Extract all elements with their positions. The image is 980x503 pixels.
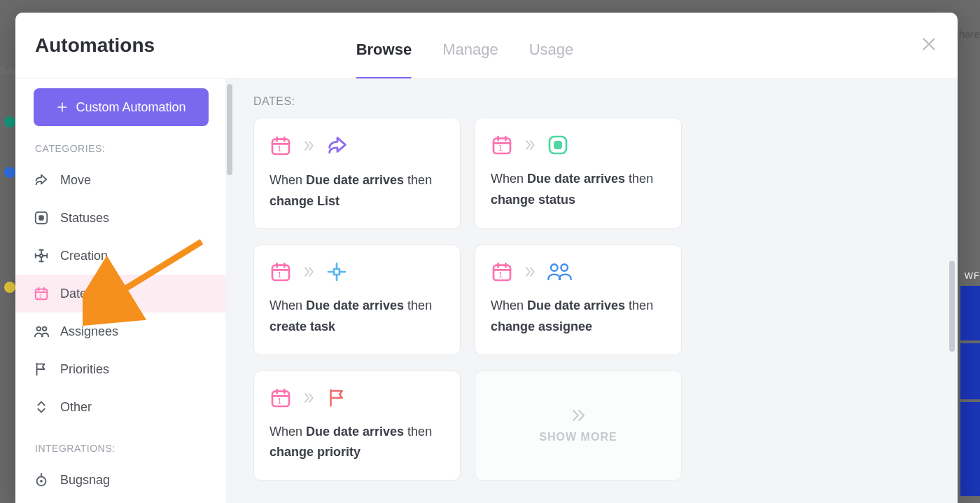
template-change-priority[interactable]: 1 When Due date arrives then change prio… — [253, 371, 461, 481]
sidebar-item-label: Dates — [60, 287, 93, 301]
sidebar-item-statuses[interactable]: Statuses — [34, 199, 218, 237]
bg-dot-yellow — [4, 282, 15, 293]
bg-blue-sep — [960, 399, 980, 402]
svg-text:1: 1 — [498, 270, 503, 279]
chevrons-right-icon — [568, 407, 589, 424]
sidebar-item-priorities[interactable]: Priorities — [34, 350, 218, 388]
people-icon — [34, 324, 49, 339]
automation-templates-panel: DATES: 1 — [234, 78, 958, 503]
status-icon — [547, 134, 569, 156]
categories-heading: CATEGORIES: — [35, 143, 218, 154]
card-icons: 1 — [491, 261, 666, 283]
calendar-icon: 1 — [491, 261, 513, 283]
sidebar-item-label: Move — [60, 173, 91, 188]
share-arrow-icon — [34, 172, 49, 188]
calendar-icon: 1 — [491, 134, 513, 156]
svg-text:1: 1 — [277, 144, 281, 153]
people-icon — [547, 261, 572, 282]
bg-blue-panel — [960, 286, 980, 496]
sidebar-item-label: Statuses — [60, 211, 109, 226]
template-change-status[interactable]: 1 When Due date arrives then change stat… — [475, 118, 682, 229]
card-icons: 1 — [270, 387, 444, 409]
sort-icon — [34, 399, 49, 415]
bg-dot-blue — [4, 167, 15, 178]
tab-manage[interactable]: Manage — [442, 41, 498, 80]
sidebar-item-label: Assignees — [60, 324, 118, 339]
svg-rect-13 — [554, 141, 562, 149]
status-icon — [34, 210, 49, 226]
modal-tabs: Browse Manage Usage — [356, 41, 574, 80]
flag-icon — [34, 361, 49, 377]
template-create-task[interactable]: 1 When Due date arrives then create task — [253, 244, 461, 354]
modal-body: Custom Automation CATEGORIES: Move Statu… — [15, 78, 958, 503]
custom-automation-label: Custom Automation — [76, 100, 186, 115]
calendar-icon: 1 — [270, 261, 292, 283]
sidebar-scrollbar-thumb[interactable] — [227, 84, 232, 175]
svg-point-18 — [551, 265, 558, 272]
card-icons: 1 — [270, 261, 444, 283]
card-text: When Due date arrives then change List — [270, 170, 444, 212]
close-icon — [920, 35, 938, 53]
sidebar-scrollbar-track[interactable] — [225, 78, 234, 503]
chevrons-right-icon — [302, 139, 316, 153]
chevrons-right-icon — [523, 265, 537, 279]
sidebar-item-bugsnag[interactable]: Bugsnag — [34, 461, 218, 499]
bg-wf-text: WF — [965, 270, 980, 281]
templates-grid: 1 When Due date arrives then change List — [253, 118, 938, 481]
svg-point-19 — [561, 265, 568, 272]
sidebar-item-label: Creation — [60, 249, 108, 263]
template-change-assignee[interactable]: 1 When Due date arrives then change assi… — [475, 244, 682, 354]
calendar-icon: 1 — [270, 387, 292, 409]
card-text: When Due date arrives then change priori… — [270, 422, 444, 463]
sidebar-item-label: Bugsnag — [60, 473, 110, 488]
tab-usage[interactable]: Usage — [529, 41, 574, 80]
sidebar-item-creation[interactable]: Creation — [34, 237, 218, 275]
sidebar-item-dates[interactable]: 1 Dates — [15, 275, 225, 312]
integrations-heading: INTEGRATIONS: — [35, 443, 218, 454]
bg-dot-green — [4, 116, 15, 128]
svg-rect-1 — [38, 215, 43, 220]
plus-outline-icon — [34, 248, 49, 263]
close-button[interactable] — [920, 35, 938, 56]
show-more-label: SHOW MORE — [539, 431, 617, 443]
sidebar-item-move[interactable]: Move — [34, 161, 218, 199]
sidebar-item-assignees[interactable]: Assignees — [34, 312, 218, 350]
bg-blue-sep — [960, 340, 980, 343]
card-text: When Due date arrives then change status — [491, 169, 666, 210]
calendar-icon: 1 — [270, 135, 292, 157]
card-icons: 1 — [491, 134, 666, 156]
group-title-dates: DATES: — [253, 95, 938, 108]
sidebar-item-other[interactable]: Other — [34, 388, 218, 426]
calendar-icon: 1 — [34, 286, 49, 301]
plus-outline-icon — [326, 261, 348, 283]
card-icons: 1 — [270, 134, 444, 158]
tab-browse[interactable]: Browse — [356, 41, 412, 80]
flag-icon — [326, 387, 346, 409]
sidebar-item-label: Priorities — [60, 362, 109, 377]
svg-point-4 — [37, 327, 41, 331]
svg-point-5 — [43, 327, 47, 331]
sidebar-item-label: Other — [60, 400, 92, 415]
content-scrollbar-thumb[interactable] — [949, 261, 955, 352]
modal-header: Automations Browse Manage Usage — [15, 13, 958, 78]
modal-title: Automations — [35, 34, 155, 57]
share-arrow-icon — [326, 134, 349, 158]
show-more-button[interactable]: SHOW MORE — [475, 371, 682, 481]
sidebar: Custom Automation CATEGORIES: Move Statu… — [15, 78, 225, 503]
template-change-list[interactable]: 1 When Due date arrives then change List — [253, 118, 461, 229]
bugsnag-icon — [34, 472, 49, 488]
svg-text:1: 1 — [277, 397, 281, 405]
chevrons-right-icon — [302, 391, 316, 405]
custom-automation-button[interactable]: Custom Automation — [34, 88, 209, 126]
svg-text:1: 1 — [39, 293, 42, 299]
svg-text:1: 1 — [277, 270, 281, 279]
svg-text:1: 1 — [498, 144, 503, 152]
svg-point-7 — [40, 480, 43, 483]
card-text: When Due date arrives then change assign… — [491, 296, 666, 337]
chevrons-right-icon — [302, 265, 316, 279]
plus-icon — [56, 101, 69, 113]
chevrons-right-icon — [523, 138, 537, 152]
card-text: When Due date arrives then create task — [270, 296, 444, 337]
automations-modal: Automations Browse Manage Usage Custom A… — [15, 13, 958, 503]
